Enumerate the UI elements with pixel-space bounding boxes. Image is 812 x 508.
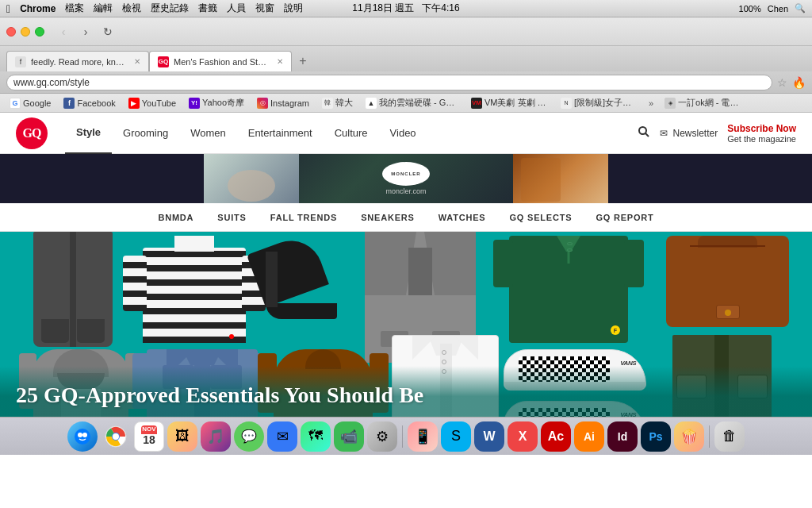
chrome-menu[interactable]: Chrome (20, 3, 56, 14)
view-menu[interactable]: 檢視 (122, 2, 141, 15)
bookmark-drive-label: 我的雲端硬碟 - Goo... (379, 97, 458, 109)
file-menu[interactable]: 檔案 (65, 2, 84, 15)
drive-favicon: ▲ (366, 98, 377, 109)
extensions-icon[interactable]: 🔥 (792, 76, 806, 89)
subscribe-now-label[interactable]: Subscribe Now (727, 123, 796, 134)
dock-icon-music[interactable]: 🎵 (201, 421, 231, 452)
bookmark-youtube[interactable]: ▶ YouTube (124, 96, 181, 110)
bookmark-yahoo-label: Yahoo奇摩 (202, 97, 244, 109)
sec-nav-gq-report[interactable]: GQ REPORT (596, 213, 653, 222)
sec-nav-bnmda[interactable]: BNMDA (158, 213, 193, 222)
green-polo: F (509, 236, 640, 347)
bookmark-yahoo[interactable]: Y! Yahoo奇摩 (184, 95, 249, 110)
nav-style[interactable]: Style (65, 113, 112, 154)
bookmark-restricted[interactable]: N [限制級]女子監獄/撅... (556, 95, 642, 110)
gq-nav-right: ✉ Newsletter Subscribe Now Get the magaz… (638, 123, 796, 144)
help-menu[interactable]: 說明 (284, 2, 303, 15)
tab-gq[interactable]: GQ Men's Fashion and Style News... ✕ (149, 51, 292, 71)
history-menu[interactable]: 歷史記錄 (151, 2, 189, 15)
dock-icon-maps[interactable]: 🗺 (301, 421, 331, 452)
newsletter-button[interactable]: ✉ Newsletter (660, 128, 718, 139)
nav-entertainment[interactable]: Entertainment (237, 113, 324, 154)
dock-icon-skype[interactable]: S (441, 421, 471, 452)
dock-icon-illustrator[interactable]: Ai (574, 421, 604, 452)
minimize-window-button[interactable] (21, 27, 30, 37)
tab-gq-close[interactable]: ✕ (277, 57, 283, 66)
ad-left-image (204, 154, 299, 203)
bookmark-facebook[interactable]: f Facebook (59, 96, 120, 110)
nav-video[interactable]: Video (379, 113, 427, 154)
dock-separator-2 (709, 425, 710, 448)
dock-icon-chrome[interactable] (101, 421, 131, 452)
sec-nav-fall-trends[interactable]: FALL TRENDS (270, 213, 337, 222)
reload-button[interactable]: ↻ (98, 24, 117, 40)
bookmark-handa[interactable]: 韓 韓大 (317, 95, 358, 110)
bookmark-yiding[interactable]: ◈ 一訂ok網 - 電影售票... (660, 95, 746, 110)
mac-menu-bar:  Chrome 檔案 編輯 檢視 歷史記錄 書籤 人員 視窗 說明 (6, 2, 303, 15)
tab-gq-label: Men's Fashion and Style News... (174, 57, 269, 67)
bookmark-facebook-label: Facebook (77, 98, 115, 108)
mac-date-time: 11月18日 週五 下午4:16 (352, 2, 459, 13)
forward-button[interactable]: › (76, 24, 95, 40)
edit-menu[interactable]: 編輯 (94, 2, 113, 15)
sec-nav-suits[interactable]: SUITS (217, 213, 246, 222)
dock-icon-settings[interactable]: ⚙ (367, 421, 397, 452)
tab-feedly[interactable]: f feedly. Read more, know more. ✕ (6, 51, 149, 71)
bookmark-vm[interactable]: VM VM美劇 英劇 歐美影... (466, 95, 553, 110)
apple-menu[interactable]:  (6, 2, 10, 15)
nav-grooming[interactable]: Grooming (112, 113, 179, 154)
nav-women[interactable]: Women (179, 113, 237, 154)
sec-nav-watches[interactable]: WATCHES (439, 213, 486, 222)
user-name: Chen (768, 4, 788, 13)
dock-icon-word[interactable]: W (474, 421, 504, 452)
search-icon[interactable] (638, 125, 650, 141)
fullscreen-window-button[interactable] (35, 27, 44, 37)
dock-icon-facetime[interactable]: 📹 (334, 421, 364, 452)
bookmark-google[interactable]: G Google (5, 96, 56, 110)
youtube-favicon: ▶ (128, 98, 140, 109)
dock-icon-photos[interactable]: 🖼 (167, 421, 197, 452)
dock-icon-photoshop[interactable]: Ps (641, 421, 671, 452)
moncler-url: moncler.com (385, 187, 426, 195)
sec-nav-sneakers[interactable]: SNEAKERS (361, 213, 415, 222)
gq-nav-links: Style Grooming Women Entertainment Cultu… (65, 113, 638, 154)
bookmark-instagram[interactable]: ◎ Instagram (252, 96, 314, 110)
bookmark-star-icon[interactable]: ☆ (777, 76, 787, 89)
new-tab-button[interactable]: + (292, 51, 314, 71)
close-window-button[interactable] (6, 27, 16, 37)
dock-icon-indesign[interactable]: Id (607, 421, 638, 452)
traffic-lights (6, 27, 44, 37)
dock-icon-popcorn[interactable]: 🍿 (674, 421, 704, 452)
ad-right-image (513, 154, 608, 203)
back-button[interactable]: ‹ (54, 24, 73, 40)
sec-nav-gq-selects[interactable]: GQ SELECTS (509, 213, 572, 222)
bookmark-yiding-label: 一訂ok網 - 電影售票... (678, 97, 741, 109)
dock-icon-app1[interactable]: 📱 (408, 421, 438, 452)
dock-icon-calendar[interactable]: NOV 18 (134, 421, 164, 452)
ad-banner[interactable]: MONCLER moncler.com (0, 154, 812, 203)
dock-icon-imessage[interactable]: 💬 (234, 421, 264, 452)
people-menu[interactable]: 人員 (227, 2, 246, 15)
dark-pants (33, 232, 113, 347)
svg-line-1 (645, 133, 649, 137)
bookmark-drive[interactable]: ▲ 我的雲端硬碟 - Goo... (361, 95, 463, 110)
subscribe-section: Subscribe Now Get the magazine (727, 123, 796, 144)
dock-icon-acrobat[interactable]: Ac (541, 421, 571, 452)
more-bookmarks-button[interactable]: » (645, 97, 657, 110)
newsletter-label: Newsletter (672, 128, 718, 139)
window-menu[interactable]: 視窗 (255, 2, 274, 15)
dock-icon-mail[interactable]: ✉ (267, 421, 297, 452)
dock-icon-finder[interactable] (67, 421, 98, 452)
mac-os-bar:  Chrome 檔案 編輯 檢視 歷史記錄 書籤 人員 視窗 說明 11月18… (0, 0, 812, 17)
tab-feedly-close[interactable]: ✕ (134, 57, 140, 66)
nav-culture[interactable]: Culture (324, 113, 379, 154)
gq-logo[interactable]: GQ (16, 117, 49, 149)
fred-perry-logo: F (611, 325, 620, 335)
bookmarks-menu[interactable]: 書籤 (198, 2, 217, 15)
dock-icon-trash[interactable]: 🗑 (714, 421, 745, 452)
url-input[interactable] (6, 75, 772, 90)
dock-icon-app-x[interactable]: X (508, 421, 538, 452)
spotlight-icon[interactable]: 🔍 (795, 3, 806, 13)
svg-point-7 (113, 433, 119, 440)
bookmark-handa-label: 韓大 (335, 97, 353, 109)
